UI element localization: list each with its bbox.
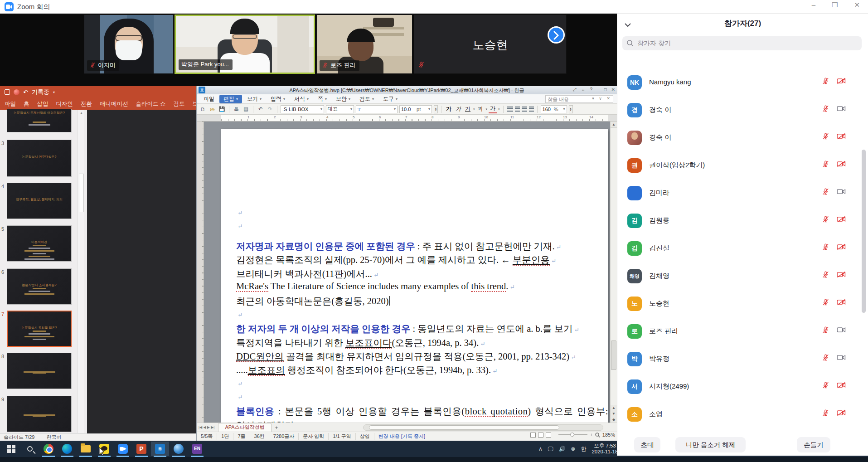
taskbar-hwp-icon[interactable]: 호 bbox=[151, 442, 169, 456]
participant-row[interactable]: 박 박유정 bbox=[617, 345, 862, 373]
mic-muted-icon[interactable] bbox=[822, 77, 829, 87]
mic-muted-icon[interactable] bbox=[822, 298, 829, 308]
slide-thumbnail[interactable]: 연구목적, 필요성, 문제제기, 의의 bbox=[7, 183, 72, 219]
tab-nav-icons[interactable]: |◀ ◀ ▶ ▶| bbox=[197, 425, 216, 429]
hwp-window-button[interactable]: ? bbox=[590, 87, 592, 92]
hwp-menu-서식[interactable]: 서식▾ bbox=[290, 95, 313, 103]
ppt-tab-보기[interactable]: 보기 bbox=[192, 100, 196, 108]
font-type-combobox[interactable]: 대표▾ bbox=[326, 105, 354, 113]
hwp-window-button[interactable]: □ bbox=[604, 87, 607, 92]
ppt-tab-검토[interactable]: 검토 bbox=[173, 100, 184, 108]
open-folder-icon[interactable]: 🗁 bbox=[209, 105, 216, 113]
taskbar-clock[interactable]: 오후 7:532020-11-18 bbox=[592, 443, 618, 455]
align-right-icon[interactable] bbox=[529, 107, 534, 112]
scroll-page-icons[interactable]: ▲▼◆ bbox=[611, 405, 617, 423]
font-size-combobox[interactable]: 10.0pt▾ bbox=[399, 105, 432, 113]
ppt-tab-파일[interactable]: 파일 bbox=[5, 100, 16, 108]
participant-row[interactable]: 경숙 이 bbox=[617, 124, 862, 152]
next-page-arrow-button[interactable] bbox=[548, 26, 565, 44]
align-left-icon[interactable] bbox=[515, 107, 520, 112]
taskbar-endnote-icon[interactable]: EN bbox=[188, 442, 206, 456]
participant-row[interactable]: 김 김원룡 bbox=[617, 207, 862, 235]
mic-muted-icon[interactable] bbox=[822, 105, 829, 114]
camera-status-icon[interactable] bbox=[837, 105, 846, 114]
align-center-icon[interactable] bbox=[522, 107, 527, 112]
camera-status-icon[interactable] bbox=[837, 215, 846, 225]
participant-row[interactable]: NK Namgyu kang bbox=[617, 69, 862, 97]
taskbar-file-explorer-icon[interactable] bbox=[77, 442, 95, 456]
mic-muted-icon[interactable] bbox=[822, 326, 829, 336]
find-controls-icons[interactable]: ▾ ∨ ✕ bbox=[592, 96, 612, 101]
hwp-menu-보기[interactable]: 보기▾ bbox=[243, 95, 266, 103]
mic-muted-icon[interactable] bbox=[822, 215, 829, 225]
raise-hand-button[interactable]: 손들기 bbox=[797, 437, 830, 452]
taskbar-powerpoint-icon[interactable]: P bbox=[132, 442, 150, 456]
tray-icon[interactable]: 🖵 bbox=[548, 446, 553, 452]
camera-status-icon[interactable] bbox=[837, 271, 846, 280]
quick-access-dropdown-icon[interactable]: ▾ bbox=[53, 90, 55, 94]
hwp-window-button[interactable]: ✕ bbox=[611, 87, 615, 92]
camera-status-icon[interactable] bbox=[837, 160, 846, 170]
camera-status-icon[interactable] bbox=[837, 409, 846, 418]
camera-status-icon[interactable] bbox=[837, 243, 846, 253]
participant-search-input[interactable]: 참가자 찾기 bbox=[622, 36, 862, 50]
ppt-tab-슬라이드 쇼[interactable]: 슬라이드 쇼 bbox=[136, 100, 166, 108]
participant-row[interactable]: 로 로즈 핀리 bbox=[617, 318, 862, 345]
preview-icon[interactable]: ▤ bbox=[242, 105, 250, 113]
slide-thumbnail[interactable]: 논문작성시 유의할 점은? bbox=[7, 311, 72, 347]
slide-thumbnail[interactable]: 논문작성시 주제선정의 어려운점은? bbox=[7, 109, 72, 132]
undo-icon[interactable]: ↶ bbox=[257, 105, 264, 113]
ppt-tab-디자인[interactable]: 디자인 bbox=[56, 100, 73, 108]
char-format-button[interactable]: 가 bbox=[445, 105, 453, 113]
taskbar-start-button[interactable] bbox=[2, 442, 20, 456]
char-format-button[interactable]: 가 bbox=[489, 105, 497, 113]
hwp-window-button[interactable]: – bbox=[597, 87, 600, 92]
slide-thumbnail[interactable]: 논문작성시 연구대상은? bbox=[7, 140, 72, 177]
style-combobox[interactable]: .S-LIB-BOX▾ bbox=[281, 105, 324, 113]
save-icon[interactable]: 💾 bbox=[218, 105, 226, 113]
undo-icon[interactable]: ↶ bbox=[23, 89, 28, 96]
align-justify-icon[interactable] bbox=[507, 107, 513, 112]
zoom-slider[interactable] bbox=[558, 434, 587, 435]
horizontal-scrollbar[interactable] bbox=[363, 424, 603, 431]
view-mode-icon[interactable] bbox=[530, 433, 536, 438]
maximize-button[interactable]: ❐ bbox=[832, 1, 838, 9]
char-format-button[interactable]: 가 bbox=[464, 105, 472, 113]
ppt-tab-삽입[interactable]: 삽입 bbox=[37, 100, 48, 108]
char-format-button[interactable]: 과 bbox=[476, 105, 485, 113]
taskbar-zoom-icon[interactable] bbox=[114, 442, 132, 456]
view-mode-icon[interactable] bbox=[546, 433, 551, 438]
document-tab[interactable]: APA스타일작성법 bbox=[218, 423, 271, 432]
find-input[interactable]: 찾을 내용 ▾ ∨ ✕ bbox=[545, 95, 613, 103]
scrollbar-thumb[interactable] bbox=[79, 174, 84, 212]
hwp-menu-도구[interactable]: 도구▾ bbox=[379, 95, 402, 103]
video-tile[interactable]: 이지미 bbox=[84, 15, 174, 74]
slide-thumbnail[interactable] bbox=[7, 353, 72, 389]
taskbar-search-button[interactable] bbox=[21, 442, 39, 456]
camera-status-icon[interactable] bbox=[837, 326, 846, 336]
minimize-button[interactable]: – bbox=[812, 1, 815, 9]
participant-row[interactable]: 소 소영 bbox=[617, 401, 862, 428]
size-spinner[interactable]: ▲▼ bbox=[434, 105, 438, 113]
document-page[interactable]: ↵↵저자명과 자료명이 인용문 중에 포함된 경우 : 주 표시 없이 참고문헌… bbox=[221, 129, 608, 423]
camera-status-icon[interactable] bbox=[837, 381, 846, 391]
participant-row[interactable]: 권 권이삭(임상2학기) bbox=[617, 152, 862, 180]
scrollbar-thumb[interactable] bbox=[611, 340, 616, 370]
participant-row[interactable]: 경 경숙 이 bbox=[617, 97, 862, 124]
thumbnail-scrollbar[interactable]: ▲ bbox=[78, 110, 84, 433]
ppt-tab-애니메이션[interactable]: 애니메이션 bbox=[100, 100, 128, 108]
ppt-tab-홈[interactable]: 홈 bbox=[24, 100, 29, 108]
panel-scrollbar-thumb[interactable] bbox=[862, 150, 866, 313]
camera-status-icon[interactable] bbox=[837, 77, 846, 87]
view-mode-icon[interactable] bbox=[538, 433, 543, 438]
mic-muted-icon[interactable] bbox=[822, 132, 829, 142]
font-face-combobox[interactable]: T▾ bbox=[356, 105, 398, 113]
redo-icon[interactable]: ↷ bbox=[266, 105, 274, 113]
ppt-tab-전환[interactable]: 전환 bbox=[81, 100, 92, 108]
tray-icon[interactable]: 한 bbox=[581, 445, 586, 453]
hwp-menu-보안[interactable]: 보안▾ bbox=[332, 95, 354, 103]
save-icon[interactable] bbox=[5, 89, 10, 95]
tray-icon[interactable]: ⊗ bbox=[571, 446, 575, 452]
scrollbar-thumb[interactable] bbox=[369, 425, 559, 430]
mic-muted-icon[interactable] bbox=[822, 271, 829, 280]
